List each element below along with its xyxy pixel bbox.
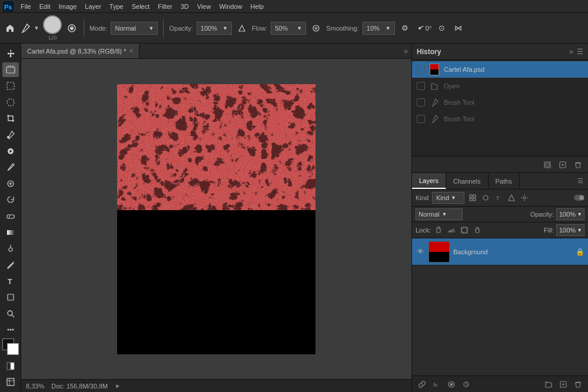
svg-point-25 [7,329,9,331]
screen-mode-toggle[interactable] [2,374,19,390]
menu-select[interactable]: Select [128,2,154,11]
airbrush-icon[interactable] [310,22,323,35]
close-tab-button[interactable]: × [129,48,133,54]
lasso-tool[interactable] [2,78,19,94]
type-tool[interactable]: T [2,274,19,289]
flow-label: Flow: [252,25,267,32]
lock-all-icon[interactable] [472,225,483,235]
flow-dropdown[interactable]: 50% ▼ [271,22,306,35]
smoothing-settings-icon[interactable]: ⚙ [398,22,411,35]
brush-mode-icon[interactable] [65,22,78,35]
artboard-tool[interactable] [2,62,19,78]
lock-transparent-icon[interactable] [433,225,444,235]
layers-fx-icon[interactable]: fx [430,378,443,391]
layers-list: 👁 Background 🔒 [412,238,588,376]
history-snapshot-icon[interactable] [541,158,554,171]
history-brush-tool[interactable] [2,192,19,208]
history-item-2[interactable]: Brush Tool [412,94,588,111]
toolbar: ▼ 120 Mode: Normal ▼ Opacity: 100% ▼ Flo… [0,13,588,44]
menu-image[interactable]: Image [55,2,81,11]
target-icon[interactable]: ⊙ [435,22,448,35]
fill-value[interactable]: 100% ▼ [556,224,584,236]
history-item-0[interactable]: Cartel Afa.psd [412,61,588,78]
opacity-icon[interactable] [235,22,248,35]
crop-tool[interactable] [2,111,19,127]
gradient-tool[interactable] [2,225,19,240]
mode-dropdown[interactable]: Normal ▼ [111,22,158,35]
menu-window[interactable]: Window [215,2,246,11]
menu-layer[interactable]: Layer [81,2,105,11]
menu-filter[interactable]: Filter [154,2,176,11]
layers-new-icon[interactable] [557,378,570,391]
shape-tool[interactable] [2,290,19,305]
clone-stamp-tool[interactable] [2,176,19,191]
layers-adjustment-icon[interactable] [460,378,473,391]
move-tool[interactable] [2,46,19,61]
lock-image-icon[interactable] [446,225,457,235]
opacity-value-layers[interactable]: 100% ▼ [556,208,584,220]
eyedropper-tool[interactable] [2,127,19,142]
tab-channels[interactable]: Channels [446,173,488,189]
canvas-tab[interactable]: Cartel Afa.psd @ 8,33% (RGB/8) * × [21,44,139,58]
brush-tool[interactable] [2,160,19,175]
history-expand-icon[interactable]: » [569,48,573,56]
angle-control[interactable]: 0° [415,24,432,33]
canvas-viewport[interactable] [21,59,411,379]
layers-group-icon[interactable] [542,378,555,391]
history-item-3[interactable]: Brush Tool [412,111,588,127]
menu-type[interactable]: Type [105,2,128,11]
layers-delete-icon[interactable] [572,378,584,391]
filter-shape-icon[interactable] [506,192,517,204]
layer-item-background[interactable]: 👁 Background 🔒 [412,238,588,265]
main-area: T Cartel Afa.psd @ 8,33% (RGB/8) * × [0,44,588,392]
marquee-tool[interactable] [2,95,19,110]
quick-mask-toggle[interactable] [2,358,19,374]
color-swatches[interactable] [2,338,19,354]
history-new-doc-icon[interactable] [556,158,569,171]
zoom-tool[interactable] [2,306,19,321]
eraser-tool[interactable] [2,208,19,224]
filter-pixel-icon[interactable] [467,192,479,204]
history-item-1[interactable]: Open [412,78,588,94]
svg-point-41 [483,195,488,200]
opacity-dropdown[interactable]: 100% ▼ [197,22,232,35]
history-panel: History » ☰ Cartel Afa.psd [412,44,588,173]
menu-edit[interactable]: Edit [35,2,55,11]
layer-visibility-background[interactable]: 👁 [416,247,425,257]
blend-mode-dropdown[interactable]: Normal ▼ [416,208,463,220]
history-menu-icon[interactable]: ☰ [577,48,583,56]
lock-artboard-icon[interactable] [459,225,470,235]
extra-tools[interactable] [2,323,19,338]
svg-rect-44 [437,228,440,232]
filter-type-icon[interactable]: T [493,192,504,204]
smoothing-dropdown[interactable]: 10% ▼ [363,22,395,35]
kind-dropdown[interactable]: Kind ▼ [432,192,464,204]
filter-adjustment-icon[interactable] [480,192,491,204]
lock-label: Lock: [416,227,431,234]
menu-view[interactable]: View [193,2,215,11]
pen-tool[interactable] [2,257,19,273]
background-color[interactable] [7,343,19,355]
tab-paths[interactable]: Paths [489,173,520,189]
layers-link-icon[interactable] [416,378,428,391]
panels-toggle[interactable]: » [400,47,411,55]
filter-smart-icon[interactable] [519,192,530,204]
layer-filter-toggle[interactable] [574,195,584,201]
layers-bottom-left: fx [416,378,473,391]
menu-file[interactable]: File [16,2,35,11]
history-delete-icon[interactable] [572,158,584,171]
healing-tool[interactable] [2,144,19,159]
brush-tool-indicator[interactable]: ▼ [20,23,39,34]
layers-panel-menu-icon[interactable]: ☰ [573,177,588,185]
dodge-tool[interactable] [2,241,19,257]
layers-mask-icon[interactable] [445,378,458,391]
menu-3d[interactable]: 3D [177,2,193,11]
brush-size-control[interactable]: 120 [43,15,62,41]
toolbar-separator-2 [163,19,164,37]
home-icon[interactable] [4,22,16,35]
tab-layers[interactable]: Layers [412,173,446,189]
menu-help[interactable]: Help [247,2,268,11]
symmetry-icon[interactable]: ⋈ [451,22,464,35]
right-panel: History » ☰ Cartel Afa.psd [411,44,588,392]
status-expand-arrow[interactable]: ► [115,383,121,389]
